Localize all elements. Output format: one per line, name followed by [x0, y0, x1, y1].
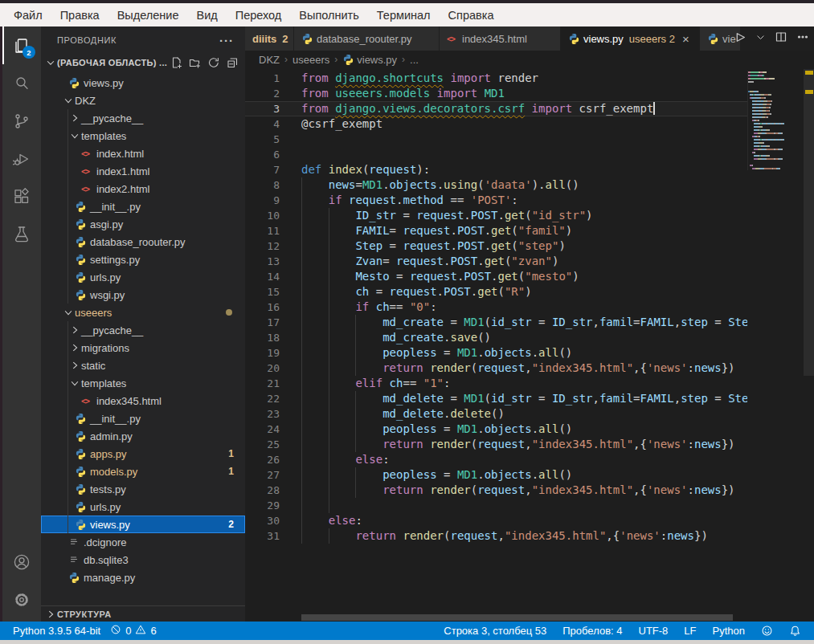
code-line-1[interactable]: 1from django.shortcuts import render: [245, 71, 747, 86]
split-editor-icon[interactable]: [775, 31, 787, 47]
status-item-utf-8[interactable]: UTF-8: [634, 625, 673, 637]
more-actions-icon[interactable]: [796, 31, 809, 47]
code-line-17[interactable]: 17md_create = MD1(id_str = ID_str,famil=…: [245, 315, 747, 330]
menu-item-файл[interactable]: Файл: [5, 6, 51, 24]
code-line-5[interactable]: 5: [245, 132, 747, 147]
notifications-bell-icon[interactable]: [784, 625, 806, 637]
tree-item-__init__.py[interactable]: __init__.py: [41, 410, 245, 427]
workspace-section-header[interactable]: (РАБОЧАЯ ОБЛАСТЬ) ...: [41, 54, 245, 71]
settings-icon[interactable]: [2, 581, 41, 618]
tree-item-__pycache__[interactable]: __pycache__: [41, 321, 245, 339]
tree-item-__pycache__[interactable]: __pycache__: [41, 109, 245, 127]
tree-item-templates[interactable]: templates: [41, 374, 245, 392]
tree-item-__init__.py[interactable]: __init__.py: [41, 198, 245, 215]
menu-item-выделение[interactable]: Выделение: [108, 6, 188, 24]
tree-item-urls.py[interactable]: urls.py: [41, 498, 245, 516]
minimap[interactable]: [747, 71, 804, 170]
code-line-14[interactable]: 14Mesto = request.POST.get("mesto"): [245, 269, 747, 284]
status-item-пробелов-4[interactable]: Пробелов: 4: [558, 625, 627, 637]
breadcrumb-item-views.py[interactable]: views.py: [342, 54, 397, 66]
code-line-30[interactable]: 30else:: [245, 513, 747, 528]
status-item-строка-3-столбец-53[interactable]: Строка 3, столбец 53: [439, 625, 551, 637]
tree-item-asgi.py[interactable]: asgi.py: [41, 215, 245, 233]
code-line-25[interactable]: 25return render(request,"index345.html",…: [245, 437, 747, 452]
tree-item-index.html[interactable]: <>index.html: [41, 145, 245, 162]
tree-item-views.py[interactable]: views.py: [41, 74, 245, 92]
code-line-4[interactable]: 4@csrf_exempt: [245, 116, 747, 132]
outline-section-header[interactable]: СТРУКТУРА: [41, 605, 245, 622]
tree-item-database_roouter.py[interactable]: database_roouter.py: [41, 233, 245, 251]
menu-item-переход[interactable]: Переход: [227, 6, 291, 24]
explorer-icon[interactable]: 2: [2, 26, 41, 64]
vertical-scrollbar[interactable]: [804, 69, 814, 376]
code-editor[interactable]: 1from django.shortcuts import render2fro…: [245, 71, 747, 610]
new-file-icon[interactable]: [170, 56, 183, 69]
status-item-python[interactable]: Python: [708, 625, 750, 637]
source-control-icon[interactable]: [2, 102, 41, 140]
collapse-all-icon[interactable]: [226, 56, 239, 69]
menu-item-правка[interactable]: Правка: [51, 6, 108, 24]
tree-item-db.sqlite3[interactable]: db.sqlite3: [41, 551, 245, 569]
code-line-11[interactable]: 11FAMIL= request.POST.get("famil"): [245, 223, 747, 238]
tree-item-wsgi.py[interactable]: wsgi.py: [41, 286, 245, 304]
tree-item-admin.py[interactable]: admin.py: [41, 427, 245, 445]
tree-item-index1.html[interactable]: <>index1.html: [41, 162, 245, 180]
menu-item-справка[interactable]: Справка: [440, 6, 503, 24]
tree-item-static[interactable]: static: [41, 357, 245, 374]
tree-item-apps.py[interactable]: apps.py1: [41, 445, 245, 463]
code-line-10[interactable]: 10ID_str = request.POST.get("id_str"): [245, 208, 747, 223]
tree-item-useeers[interactable]: useeers: [41, 304, 245, 321]
horizontal-scrollbar[interactable]: [301, 614, 733, 621]
menu-item-выполнить[interactable]: Выполнить: [290, 6, 367, 24]
code-line-15[interactable]: 15ch = request.POST.get("R"): [245, 284, 747, 300]
code-line-22[interactable]: 22md_delete = MD1(id_str = ID_str,famil=…: [245, 391, 747, 406]
code-line-31[interactable]: 31return render(request,"index345.html",…: [245, 528, 747, 544]
code-line-28[interactable]: 28return render(request,"index345.html",…: [245, 483, 747, 498]
code-line-16[interactable]: 16if ch== "0":: [245, 300, 747, 315]
testing-icon[interactable]: [2, 215, 41, 253]
code-line-29[interactable]: 29: [245, 498, 747, 513]
code-line-3[interactable]: 3from django.views.decorators.csrf impor…: [245, 101, 747, 116]
tree-item-manage.py[interactable]: manage.py: [41, 569, 245, 586]
close-icon[interactable]: ×: [682, 33, 689, 45]
tab-diiits[interactable]: diiits2●: [245, 26, 293, 51]
tree-item-.dcignore[interactable]: .dcignore: [41, 533, 245, 551]
code-line-18[interactable]: 18md_create.save(): [245, 330, 747, 345]
tree-item-DKZ[interactable]: DKZ: [41, 92, 245, 109]
account-icon[interactable]: [2, 543, 41, 581]
tree-item-index345.html[interactable]: <>index345.html: [41, 392, 245, 410]
tree-item-tests.py[interactable]: tests.py: [41, 480, 245, 498]
python-interpreter-status[interactable]: Python 3.9.5 64-bit: [8, 625, 105, 637]
code-line-24[interactable]: 24peopless = MD1.objects.all(): [245, 422, 747, 437]
tab-index345.html[interactable]: <>index345.html: [440, 26, 560, 51]
tree-item-migrations[interactable]: migrations: [41, 339, 245, 357]
code-line-6[interactable]: 6: [245, 147, 747, 162]
menu-item-терминал[interactable]: Терминал: [368, 6, 440, 24]
tree-item-settings.py[interactable]: settings.py: [41, 251, 245, 268]
tree-item-models.py[interactable]: models.py1: [41, 463, 245, 480]
extensions-icon[interactable]: [2, 177, 41, 215]
search-icon[interactable]: [2, 64, 41, 102]
run-icon[interactable]: [733, 31, 747, 47]
explorer-more-icon[interactable]: ···: [219, 34, 234, 47]
tab-database_roouter.py[interactable]: database_roouter.py: [294, 26, 439, 51]
status-item-lf[interactable]: LF: [679, 625, 701, 637]
refresh-icon[interactable]: [207, 56, 220, 69]
code-line-19[interactable]: 19peopless = MD1.objects.all(): [245, 345, 747, 361]
code-line-9[interactable]: 9if request.method == 'POST':: [245, 193, 747, 208]
breadcrumb-item-...[interactable]: ...: [410, 54, 419, 66]
chevron-down-icon[interactable]: [755, 31, 766, 46]
new-folder-icon[interactable]: [189, 56, 202, 69]
tree-item-templates[interactable]: templates: [41, 127, 245, 145]
run-debug-icon[interactable]: [2, 140, 41, 177]
code-line-13[interactable]: 13Zvan= request.POST.get("zvan"): [245, 254, 747, 269]
tree-item-urls.py[interactable]: urls.py: [41, 268, 245, 286]
code-line-27[interactable]: 27peopless = MD1.objects.all(): [245, 467, 747, 483]
tab-views.py[interactable]: views.pyuseeers 2×: [561, 26, 699, 51]
code-line-12[interactable]: 12Step = request.POST.get("step"): [245, 238, 747, 254]
menu-item-вид[interactable]: Вид: [187, 6, 226, 24]
code-line-7[interactable]: 7def index(request):: [245, 162, 747, 177]
breadcrumb-item-DKZ[interactable]: DKZ: [259, 54, 280, 66]
breadcrumb-item-useeers[interactable]: useeers: [292, 54, 329, 66]
code-line-20[interactable]: 20return render(request,"index345.html",…: [245, 361, 747, 376]
